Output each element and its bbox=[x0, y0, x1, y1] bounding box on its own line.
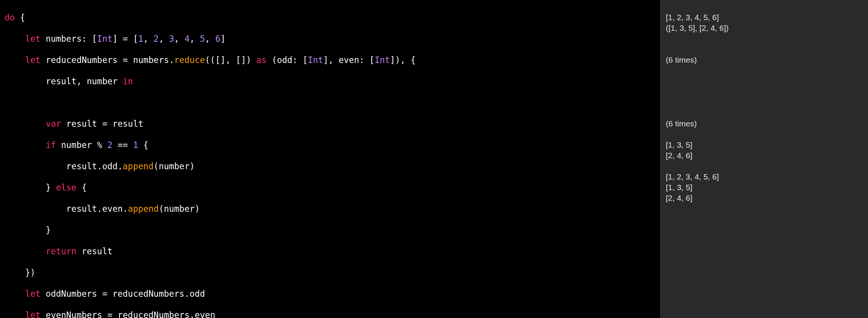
code-line bbox=[5, 97, 660, 108]
code-line: let oddNumbers = reducedNumbers.odd bbox=[5, 288, 660, 299]
result-line[interactable]: (6 times) bbox=[666, 55, 868, 65]
keyword-as: as bbox=[256, 55, 267, 65]
keyword-let: let bbox=[25, 310, 41, 318]
code-line: return result bbox=[5, 246, 660, 257]
code-line: } else { bbox=[5, 182, 660, 193]
result-line[interactable] bbox=[666, 161, 868, 172]
result-line[interactable]: [2, 4, 6] bbox=[666, 193, 868, 203]
code-line: result.even.append(number) bbox=[5, 203, 660, 214]
keyword-else: else bbox=[56, 183, 76, 192]
result-line[interactable] bbox=[666, 44, 868, 55]
type-int: Int bbox=[374, 55, 390, 65]
result-line[interactable] bbox=[666, 129, 868, 140]
result-line[interactable]: (6 times) bbox=[666, 118, 868, 129]
code-line: result, number in bbox=[5, 76, 660, 87]
code-line: }) bbox=[5, 267, 660, 278]
code-editor[interactable]: do { let numbers: [Int] = [1, 2, 3, 4, 5… bbox=[0, 0, 660, 318]
type-int: Int bbox=[308, 55, 323, 65]
result-line[interactable]: [1, 2, 3, 4, 5, 6] bbox=[666, 12, 868, 23]
result-line[interactable]: [1, 3, 5] bbox=[666, 140, 868, 150]
result-line[interactable]: ([1, 3, 5], [2, 4, 6]) bbox=[666, 23, 868, 33]
code-line: if number % 2 == 1 { bbox=[5, 140, 660, 150]
result-line[interactable] bbox=[666, 65, 868, 76]
result-line[interactable]: [1, 2, 3, 4, 5, 6] bbox=[666, 172, 868, 182]
result-line[interactable] bbox=[666, 87, 868, 97]
keyword-var: var bbox=[46, 119, 61, 129]
code-line: let numbers: [Int] = [1, 2, 3, 4, 5, 6] bbox=[5, 33, 660, 44]
method-append: append bbox=[128, 204, 159, 214]
code-line: do { bbox=[5, 12, 660, 23]
keyword-in: in bbox=[123, 76, 133, 86]
result-line[interactable] bbox=[666, 108, 868, 118]
results-sidebar: [1, 2, 3, 4, 5, 6] ([1, 3, 5], [2, 4, 6]… bbox=[660, 0, 868, 318]
code-line: result.odd.append(number) bbox=[5, 161, 660, 172]
keyword-let: let bbox=[25, 55, 41, 65]
keyword-do: do bbox=[5, 13, 15, 22]
type-int: Int bbox=[97, 34, 113, 44]
keyword-let: let bbox=[25, 34, 41, 44]
result-line[interactable] bbox=[666, 203, 868, 214]
keyword-let: let bbox=[25, 289, 41, 299]
code-line: var result = result bbox=[5, 118, 660, 129]
result-line[interactable] bbox=[666, 97, 868, 108]
result-line[interactable] bbox=[666, 76, 868, 87]
method-reduce: reduce bbox=[174, 55, 205, 65]
code-line: } bbox=[5, 225, 660, 235]
keyword-if: if bbox=[46, 140, 56, 150]
code-line: let reducedNumbers = numbers.reduce(([],… bbox=[5, 55, 660, 65]
result-line[interactable]: [2, 4, 6] bbox=[666, 150, 868, 161]
code-line: let evenNumbers = reducedNumbers.even bbox=[5, 310, 660, 318]
result-line[interactable] bbox=[666, 2, 868, 12]
method-append: append bbox=[123, 161, 154, 171]
keyword-return: return bbox=[46, 246, 76, 256]
result-line[interactable]: [1, 3, 5] bbox=[666, 182, 868, 193]
result-line[interactable] bbox=[666, 33, 868, 44]
